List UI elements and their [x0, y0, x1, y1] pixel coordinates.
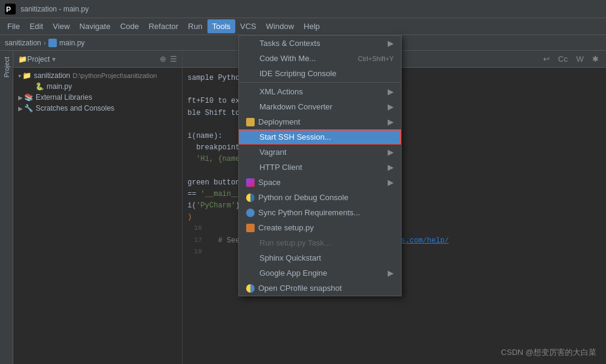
asterisk-icon[interactable]: ✱	[590, 53, 601, 65]
code-text-2	[187, 84, 192, 96]
menu-ide-scripting[interactable]: IDE Scripting Console	[239, 66, 401, 81]
menu-ssh-label: Start SSH Session...	[259, 132, 331, 141]
settings-icon[interactable]: ☰	[170, 54, 177, 63]
menu-code-with-me[interactable]: Code With Me... Ctrl+Shift+Y	[239, 51, 401, 66]
menu-run-setup-label: Run setup.py Task...	[259, 238, 331, 247]
menu-markdown-label: Markdown Converter	[259, 102, 333, 111]
tree-main-py[interactable]: 🐍 main.py	[13, 81, 182, 92]
space-icon	[246, 178, 255, 187]
menu-markdown[interactable]: Markdown Converter ▶	[239, 99, 401, 114]
breadcrumb-file[interactable]: main.py	[59, 39, 85, 47]
menu-navigate[interactable]: Navigate	[74, 19, 115, 33]
project-dropdown-arrow[interactable]: ▾	[52, 55, 56, 63]
title-bar: P sanitization - main.py	[0, 0, 606, 18]
menu-deployment[interactable]: Deployment ▶	[239, 114, 401, 129]
project-panel: 📁 Project ▾ ⊕ ☰ ▾ 📁 sanitization D:\pyth…	[13, 51, 183, 364]
tasks-arrow: ▶	[388, 39, 394, 48]
deployment-arrow: ▶	[388, 117, 394, 126]
menu-code-with-me-label: Code With Me...	[259, 54, 316, 63]
locate-icon[interactable]: ⊕	[160, 54, 166, 63]
project-tab-label[interactable]: Project	[2, 53, 11, 81]
menu-google-app-engine[interactable]: Google App Engine ▶	[239, 265, 401, 281]
menu-vagrant-label: Vagrant	[259, 148, 287, 157]
tree-arrow-ext: ▶	[18, 94, 23, 101]
window-title: sanitization - main.py	[21, 5, 89, 13]
menu-xml-actions[interactable]: XML Actions ▶	[239, 84, 401, 99]
code-text-13: )	[187, 212, 192, 223]
menu-cprofile-label: Open CProfile snapshot	[258, 284, 342, 293]
menu-cprofile[interactable]: Open CProfile snapshot	[239, 281, 401, 296]
project-title: Project	[27, 55, 50, 63]
menu-sync-python[interactable]: Sync Python Requirements...	[239, 205, 401, 220]
menu-python-label: Python or Debug Console	[258, 193, 348, 202]
setup-icon	[246, 224, 255, 232]
markdown-arrow: ▶	[388, 102, 394, 111]
app-logo: P	[5, 4, 16, 15]
menu-vagrant[interactable]: Vagrant ▶	[239, 145, 401, 160]
cc-icon[interactable]: Cc	[556, 53, 570, 65]
undo-icon[interactable]: ↩	[541, 53, 552, 65]
menu-file[interactable]: File	[2, 19, 25, 33]
menu-sync-label: Sync Python Requirements...	[258, 208, 360, 217]
tree-root-path: D:\pythonProject\sanitization	[73, 72, 157, 79]
space-arrow: ▶	[388, 178, 394, 187]
menu-code[interactable]: Code	[116, 19, 144, 33]
code-text-16	[209, 223, 213, 235]
xml-arrow: ▶	[388, 87, 394, 96]
deployment-icon	[246, 118, 255, 126]
menu-help[interactable]: Help	[299, 19, 325, 33]
menu-create-setup[interactable]: Create setup.py	[239, 220, 401, 235]
menu-view[interactable]: View	[48, 19, 74, 33]
ext-libs-icon: 📚	[24, 93, 33, 102]
line-num-18: 18	[187, 247, 202, 258]
folder-icon: 📁	[22, 71, 31, 80]
sidebar-tab: Project	[0, 51, 13, 364]
menu-start-ssh[interactable]: Start SSH Session...	[239, 129, 401, 145]
menu-http-client[interactable]: HTTP Client ▶	[239, 160, 401, 175]
watermark: CSDN @想变厉害的大白菜	[501, 347, 596, 358]
project-header: 📁 Project ▾ ⊕ ☰	[13, 51, 182, 68]
code-text-5	[187, 119, 192, 131]
sync-icon	[246, 209, 255, 217]
menu-tasks-contexts[interactable]: Tasks & Contexts ▶	[239, 36, 401, 51]
tree-scratches[interactable]: ▶ 🔧 Scratches and Consoles	[13, 103, 182, 114]
code-text-18	[209, 247, 213, 258]
project-header-label: 📁	[18, 55, 27, 63]
line-num-16: 16	[187, 223, 202, 235]
menu-window[interactable]: Window	[261, 19, 299, 33]
tree-arrow-root: ▾	[18, 73, 21, 79]
project-tree: ▾ 📁 sanitization D:\pythonProject\saniti…	[13, 68, 182, 116]
breadcrumb-separator: ›	[44, 39, 46, 47]
project-header-icons: ⊕ ☰	[160, 54, 177, 63]
menu-ide-scripting-label: IDE Scripting Console	[259, 69, 336, 78]
sep-1	[239, 82, 401, 83]
breadcrumb-project[interactable]: sanitization	[5, 39, 41, 47]
vagrant-arrow: ▶	[388, 148, 394, 157]
menu-create-setup-label: Create setup.py	[258, 223, 314, 232]
menu-python-console[interactable]: Python or Debug Console	[239, 190, 401, 205]
menu-xml-label: XML Actions	[259, 87, 303, 96]
menu-http-label: HTTP Client	[259, 163, 302, 172]
gae-arrow: ▶	[388, 268, 394, 278]
tree-external-libs[interactable]: ▶ 📚 External Libraries	[13, 92, 182, 103]
code-with-me-shortcut: Ctrl+Shift+Y	[358, 55, 394, 62]
menu-run[interactable]: Run	[183, 19, 207, 33]
w-icon[interactable]: W	[574, 53, 586, 65]
tree-arrow-scratch: ▶	[18, 105, 23, 112]
menu-tools[interactable]: Tools	[207, 19, 235, 33]
tree-root-label: sanitization	[34, 71, 70, 80]
menu-bar: File Edit View Navigate Code Refactor Ru…	[0, 18, 606, 35]
menu-space[interactable]: Space ▶	[239, 175, 401, 190]
tree-root[interactable]: ▾ 📁 sanitization D:\pythonProject\saniti…	[13, 70, 182, 81]
http-arrow: ▶	[388, 163, 394, 172]
menu-deployment-label: Deployment	[258, 117, 300, 126]
scratches-icon: 🔧	[24, 104, 33, 112]
menu-refactor[interactable]: Refactor	[144, 19, 183, 33]
menu-vcs[interactable]: VCS	[235, 19, 261, 33]
menu-sphinx[interactable]: Sphinx Quickstart	[239, 250, 401, 265]
code-text-12: i('PyCharm')	[187, 200, 239, 212]
py-file-icon: 🐍	[35, 82, 44, 91]
menu-tasks-label: Tasks & Contexts	[259, 39, 320, 48]
menu-edit[interactable]: Edit	[25, 19, 48, 33]
line-num-17: 17	[187, 235, 202, 247]
